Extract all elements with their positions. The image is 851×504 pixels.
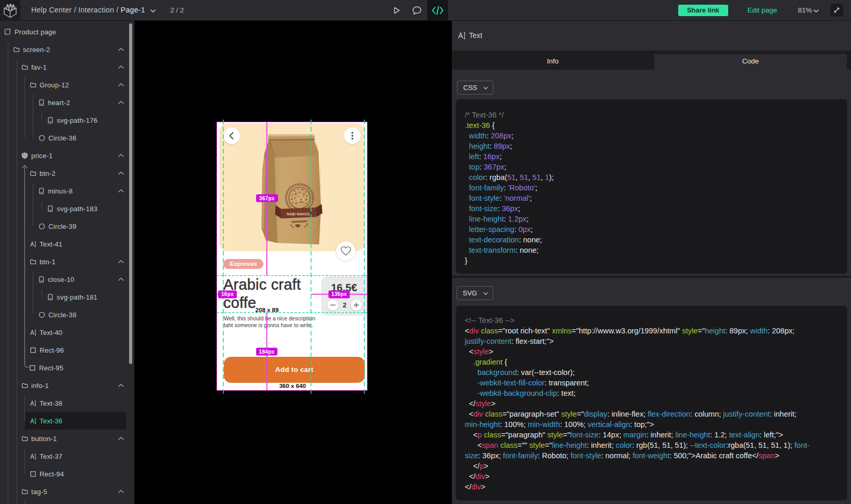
svg-text:NABI NAHUS: NABI NAHUS	[287, 212, 310, 216]
